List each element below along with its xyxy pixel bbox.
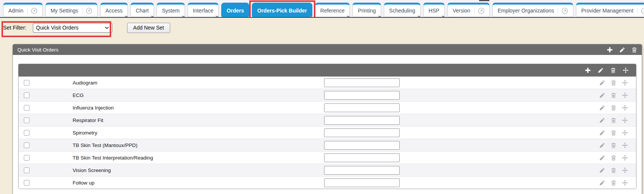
delete-icon[interactable]	[611, 155, 616, 161]
delete-icon[interactable]	[611, 130, 616, 136]
row-actions	[599, 155, 628, 161]
tab-label: Chart	[136, 8, 149, 14]
delete-icon[interactable]	[611, 105, 616, 111]
move-icon[interactable]	[622, 117, 628, 123]
row-input[interactable]	[324, 141, 400, 150]
tab-printing[interactable]: Printing	[352, 3, 381, 17]
row-input[interactable]	[324, 78, 400, 87]
delete-icon[interactable]	[611, 167, 616, 173]
external-link-icon	[31, 8, 37, 14]
tab-open-new-window[interactable]	[82, 8, 92, 14]
edit-icon[interactable]	[599, 80, 605, 86]
row-input[interactable]	[324, 128, 400, 137]
tab-open-new-window[interactable]	[474, 8, 484, 14]
delete-icon[interactable]	[611, 80, 616, 86]
edit-icon[interactable]	[599, 105, 605, 111]
tab-access[interactable]: Access	[100, 3, 128, 17]
delete-icon[interactable]	[611, 142, 616, 148]
row-input[interactable]	[324, 116, 400, 125]
tab-system[interactable]: System	[157, 3, 185, 17]
row-input[interactable]	[324, 91, 400, 100]
tab-employer-organizations[interactable]: Employer Organizations	[492, 3, 573, 17]
row-input[interactable]	[324, 166, 400, 175]
row-checkbox[interactable]	[24, 167, 29, 173]
tab-label: My Settings	[51, 8, 78, 14]
delete-icon[interactable]	[632, 47, 637, 53]
edit-icon[interactable]	[598, 67, 604, 73]
row-checkbox[interactable]	[24, 92, 29, 98]
orders-table-rows: AudiogramECGInfluenza InjectionRespirato…	[19, 77, 636, 189]
move-icon[interactable]	[622, 130, 628, 136]
chevron-down-icon	[104, 25, 109, 30]
edit-icon[interactable]	[599, 92, 605, 98]
move-icon[interactable]	[622, 180, 628, 186]
add-icon[interactable]	[607, 47, 613, 53]
row-checkbox[interactable]	[24, 142, 29, 148]
move-icon[interactable]	[623, 67, 628, 73]
tab-orders-pick-builder[interactable]: Orders-Pick Builder	[252, 3, 312, 17]
tab-open-new-window[interactable]	[27, 8, 37, 14]
add-new-set-button[interactable]: Add New Set	[127, 23, 170, 33]
row-actions	[599, 130, 628, 136]
table-row: Follow up	[19, 176, 636, 189]
external-link-icon	[641, 8, 644, 14]
edit-icon[interactable]	[599, 117, 605, 123]
move-icon[interactable]	[622, 105, 628, 111]
move-icon[interactable]	[622, 167, 628, 173]
external-link-icon	[478, 8, 484, 14]
table-row: Spirometry	[19, 126, 636, 139]
row-checkbox[interactable]	[24, 117, 29, 123]
delete-icon[interactable]	[611, 117, 616, 123]
delete-icon[interactable]	[611, 180, 616, 186]
row-checkbox[interactable]	[24, 155, 29, 161]
edit-icon[interactable]	[619, 47, 625, 53]
add-icon[interactable]	[585, 67, 591, 74]
table-row: Audiogram	[19, 77, 636, 89]
tab-label: Admin	[8, 8, 23, 14]
tab-label: Version	[453, 8, 470, 14]
row-label: Respirator Fit	[73, 117, 324, 123]
table-row: ECG	[19, 89, 636, 101]
tab-open-new-window[interactable]	[558, 8, 568, 14]
tab-interface[interactable]: Interface	[188, 3, 219, 17]
table-row: Influenza Injection	[19, 101, 636, 114]
table-row: Vision Screening	[19, 164, 636, 176]
row-label: Vision Screening	[73, 167, 324, 173]
set-filter-dropdown[interactable]: Quick Visit Orders	[33, 23, 112, 33]
tab-label: Scheduling	[389, 8, 415, 14]
row-input[interactable]	[324, 103, 400, 112]
tab-orders[interactable]: Orders	[221, 3, 249, 17]
tab-label: Orders-Pick Builder	[257, 8, 307, 14]
row-checkbox[interactable]	[24, 130, 29, 136]
row-checkbox[interactable]	[24, 80, 29, 86]
edit-icon[interactable]	[599, 180, 605, 186]
tab-hsp[interactable]: HSP	[423, 3, 445, 17]
table-row: TB Skin Test Interpretation/Reading	[19, 151, 636, 164]
tab-provider-management[interactable]: Provider Management	[576, 3, 644, 17]
tab-chart[interactable]: Chart	[130, 3, 154, 17]
edit-icon[interactable]	[599, 130, 605, 136]
edit-icon[interactable]	[599, 155, 605, 161]
edit-icon[interactable]	[599, 142, 605, 148]
tab-reference[interactable]: Reference	[315, 3, 350, 17]
tab-version[interactable]: Version	[447, 3, 490, 17]
row-input[interactable]	[324, 178, 400, 187]
row-checkbox[interactable]	[24, 105, 29, 111]
delete-icon[interactable]	[611, 92, 616, 98]
tab-scheduling[interactable]: Scheduling	[384, 3, 421, 17]
row-input[interactable]	[324, 153, 400, 162]
row-checkbox[interactable]	[24, 180, 29, 186]
panel-actions	[607, 47, 637, 53]
move-icon[interactable]	[622, 92, 628, 98]
tab-my-settings[interactable]: My Settings	[45, 3, 98, 17]
row-label: TB Skin Test (Mantoux/PPD)	[73, 142, 324, 148]
move-icon[interactable]	[622, 155, 628, 161]
delete-icon[interactable]	[610, 67, 616, 73]
tab-open-new-window[interactable]	[637, 8, 644, 14]
move-icon[interactable]	[622, 142, 628, 148]
tab-admin[interactable]: Admin	[3, 3, 43, 17]
row-actions	[599, 142, 628, 148]
move-icon[interactable]	[622, 80, 628, 86]
table-row: TB Skin Test (Mantoux/PPD)	[19, 139, 636, 151]
edit-icon[interactable]	[599, 167, 605, 173]
